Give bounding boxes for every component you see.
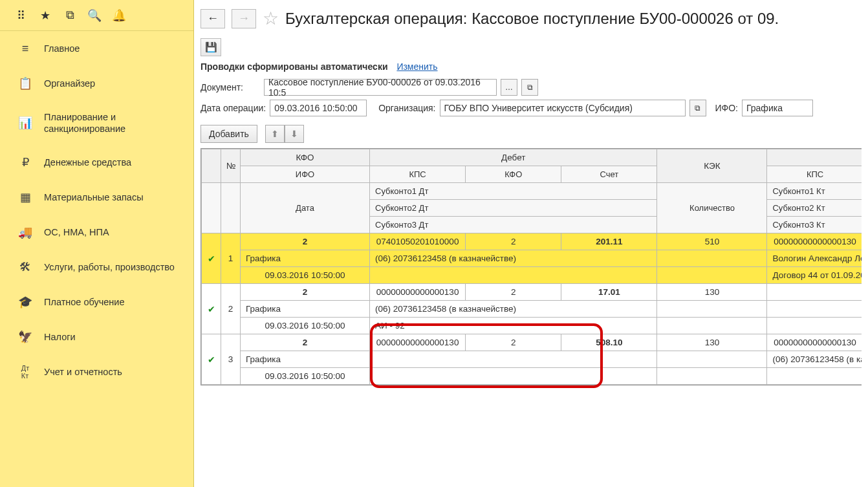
row-kfo: 2 — [241, 334, 370, 351]
favorite-star-icon[interactable]: ☆ — [263, 8, 279, 29]
nav-label: Налоги — [44, 331, 76, 343]
nav-organizer[interactable]: 📋 Органайзер — [0, 66, 193, 101]
row-kek: 510 — [657, 233, 767, 250]
nav-list: ≡ Главное 📋 Органайзер 📊 Планирование и … — [0, 31, 193, 487]
row-kps2: 00000000000000130 — [767, 334, 862, 351]
eagle-icon: 🦅 — [18, 330, 32, 344]
row-date: 09.03.2016 10:50:00 — [241, 318, 370, 334]
col-schet: Счет — [561, 166, 657, 183]
table-row[interactable]: ✔ 2 2 00000000000000130 2 17.01 130 — [202, 284, 862, 301]
doc-field[interactable]: Кассовое поступление БУ00-000026 от 09.0… — [264, 79, 497, 96]
page-header: ← → ☆ Бухгалтерская операция: Кассовое п… — [194, 0, 868, 36]
forward-button[interactable]: → — [232, 9, 256, 28]
apps-icon[interactable]: ⠿ — [14, 9, 27, 22]
nav-assets[interactable]: 🚚 ОС, НМА, НПА — [0, 215, 193, 250]
graduation-icon: 🎓 — [18, 295, 32, 309]
table-row[interactable]: ✔ 1 2 07401050201010000 2 201.11 510 000… — [202, 233, 862, 250]
col-kps: КПС — [370, 166, 466, 183]
org-field[interactable]: ГОБУ ВПО Университет искусств (Субсидия) — [440, 100, 686, 116]
doc-open-button[interactable]: ⧉ — [521, 79, 538, 96]
nav-reports[interactable]: ДтКт Учет и отчетность — [0, 354, 193, 389]
row-date: 09.03.2016 10:50:00 — [241, 267, 370, 284]
nav-main[interactable]: ≡ Главное — [0, 31, 193, 66]
col-sub1dt: Субконто1 Дт — [370, 183, 657, 200]
nav-services[interactable]: 🛠 Услуги, работы, производство — [0, 250, 193, 285]
row-n: 3 — [221, 334, 241, 385]
row-kek: 130 — [657, 334, 767, 351]
nav-education[interactable]: 🎓 Платное обучение — [0, 285, 193, 319]
row-sub2kt — [767, 318, 862, 334]
row-ifo: Графика — [241, 301, 370, 318]
nav-label: Услуги, работы, производство — [44, 261, 175, 273]
org-open-button[interactable]: ⧉ — [689, 100, 706, 116]
form-row-document: Документ: Кассовое поступление БУ00-0000… — [194, 77, 868, 98]
search-icon[interactable]: 🔍 — [88, 9, 101, 22]
row-sub1kt: (06) 20736123458 (в казначействе) — [767, 351, 862, 368]
nav-money[interactable]: ₽ Денежные средства — [0, 145, 193, 180]
row-schet: 508.10 — [561, 334, 657, 351]
doc-ellipsis-button[interactable]: … — [501, 79, 517, 96]
col-kps2: КПС — [767, 166, 862, 183]
clipboard-icon: 📋 — [18, 76, 32, 91]
row-sub2dt — [370, 267, 657, 284]
ifo-field[interactable]: Графика — [742, 100, 813, 116]
nav-label: Материальные запасы — [44, 191, 144, 203]
col-kek: КЭК — [657, 149, 767, 183]
nav-label: Денежные средства — [44, 157, 131, 168]
check-icon: ✔ — [202, 233, 221, 284]
move-up-button[interactable]: ⬆ — [265, 125, 285, 143]
table-row[interactable]: 09.03.2016 10:50:00 Договор 44 от 01.09.… — [202, 267, 862, 284]
col-qty: Количество — [657, 183, 767, 233]
table-row[interactable]: 09.03.2016 10:50:00 АИ - 92 — [202, 318, 862, 334]
ifo-label: ИФО: — [715, 103, 739, 113]
col-sub1kt: Субконто1 Кт — [767, 183, 862, 200]
star-icon[interactable]: ★ — [39, 9, 52, 22]
nav-planning[interactable]: 📊 Планирование и санкционирование — [0, 101, 193, 145]
nav-taxes[interactable]: 🦅 Налоги — [0, 319, 193, 354]
status-line: Проводки сформированы автоматически Изме… — [194, 60, 868, 77]
col-sub3dt: Субконто3 Дт — [370, 217, 657, 233]
truck-icon: 🚚 — [18, 225, 32, 239]
check-icon: ✔ — [202, 334, 221, 385]
check-icon: ✔ — [202, 284, 221, 334]
date-field[interactable]: 09.03.2016 10:50:00 — [270, 100, 367, 116]
row-schet: 201.11 — [561, 233, 657, 250]
save-button[interactable]: 💾 — [201, 38, 221, 56]
bell-icon[interactable]: 🔔 — [113, 9, 125, 22]
change-link[interactable]: Изменить — [396, 61, 437, 72]
col-sub2dt: Субконто2 Дт — [370, 200, 657, 217]
table-row[interactable]: Графика (06) 20736123458 (в казначействе… — [202, 351, 862, 368]
row-kfo: 2 — [241, 233, 370, 250]
row-kps2: 00000000000000130 — [767, 233, 862, 250]
entries-grid[interactable]: № КФО Дебет КЭК Кредит ИФО КПС КФО Счет … — [201, 148, 862, 385]
row-sub1dt — [370, 351, 657, 368]
move-down-button[interactable]: ⬇ — [285, 125, 304, 143]
row-kps: 07401050201010000 — [370, 233, 466, 250]
back-button[interactable]: ← — [201, 9, 225, 28]
col-ifo: ИФО — [241, 166, 370, 183]
grid-icon: ▦ — [18, 190, 32, 204]
table-row[interactable]: Графика (06) 20736123458 (в казначействе… — [202, 301, 862, 318]
row-sub1dt: (06) 20736123458 (в казначействе) — [370, 250, 657, 267]
col-sub2kt: Субконто2 Кт — [767, 200, 862, 217]
row-schet: 17.01 — [561, 284, 657, 301]
move-group: ⬆ ⬇ — [265, 125, 304, 143]
nav-materials[interactable]: ▦ Материальные запасы — [0, 180, 193, 215]
row-kps2 — [767, 284, 862, 301]
row-sub2dt: АИ - 92 — [370, 318, 657, 334]
table-row[interactable]: Графика (06) 20736123458 (в казначействе… — [202, 250, 862, 267]
row-sub2kt: Договор 44 от 01.09.2015 (Предоставл — [767, 267, 862, 284]
main-area: ← → ☆ Бухгалтерская операция: Кассовое п… — [194, 0, 868, 487]
page-title: Бухгалтерская операция: Кассовое поступл… — [285, 10, 779, 28]
nav-label: ОС, НМА, НПА — [44, 226, 109, 238]
col-kfo: КФО — [241, 149, 370, 166]
table-row[interactable]: ✔ 3 2 00000000000000130 2 508.10 130 000… — [202, 334, 862, 351]
add-button[interactable]: Добавить — [201, 125, 257, 143]
clip-icon[interactable]: ⧉ — [63, 9, 76, 22]
row-kfo2: 2 — [466, 284, 561, 301]
nav-label: Планирование и санкционирование — [44, 111, 178, 135]
row-kfo: 2 — [241, 284, 370, 301]
row-sub1kt: Вологин Александр Леонидович — [767, 250, 862, 267]
row-n: 1 — [221, 233, 241, 284]
table-row[interactable]: 09.03.2016 10:50:00 — [202, 368, 862, 385]
